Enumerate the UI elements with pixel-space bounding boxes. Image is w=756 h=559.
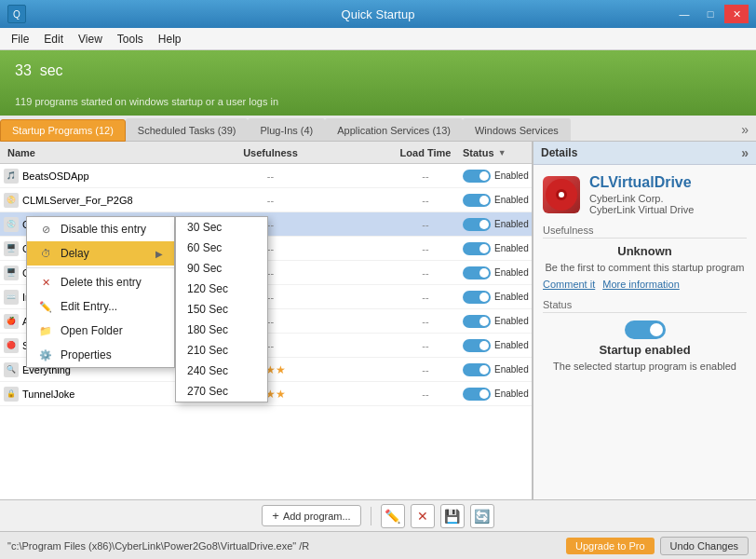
edit-entry-button[interactable]: ✏️ <box>381 504 405 528</box>
upgrade-button[interactable]: Upgrade to Pro <box>566 538 655 554</box>
col-name: Name <box>4 147 153 158</box>
item-load: -- <box>388 219 463 230</box>
refresh-button[interactable]: 🔄 <box>470 504 494 528</box>
minimize-button[interactable]: — <box>672 5 696 23</box>
list-item[interactable]: 🎵 BeatsOSDApp -- -- Enabled <box>0 164 532 188</box>
delay-240[interactable]: 240 Sec <box>176 361 267 381</box>
ctx-separator <box>27 267 174 268</box>
ctx-delay[interactable]: ⏱ Delay ▶ <box>27 241 174 266</box>
tab-startup-programs[interactable]: Startup Programs (12) <box>0 119 126 142</box>
menu-view[interactable]: View <box>71 31 110 48</box>
detail-status-toggle[interactable] <box>543 320 747 339</box>
submenu-arrow-icon: ▶ <box>155 249 163 259</box>
context-menu: ⊘ Disable this entry ⏱ Delay ▶ ✕ Delete … <box>26 216 175 368</box>
toggle-switch[interactable] <box>463 266 491 280</box>
sort-icon[interactable]: ▼ <box>498 148 506 157</box>
item-status: Enabled <box>463 242 528 255</box>
item-load: -- <box>388 316 463 327</box>
toggle-label: Enabled <box>494 340 529 350</box>
tab-windows-services[interactable]: Windows Services <box>463 118 571 141</box>
app-icon: Q <box>7 5 26 23</box>
item-usefulness: -- <box>153 195 388 206</box>
menu-file[interactable]: File <box>4 31 36 48</box>
toggle-switch[interactable] <box>463 194 491 207</box>
delay-30[interactable]: 30 Sec <box>176 217 267 238</box>
details-expand-icon[interactable]: » <box>741 145 749 160</box>
toolbar-separator <box>371 507 371 525</box>
usefulness-description: Be the first to comment this startup pro… <box>543 262 747 273</box>
startup-time: 33 sec <box>15 60 741 94</box>
item-icon: 🖥️ <box>4 241 19 256</box>
toggle-label: Enabled <box>494 219 529 229</box>
item-icon: ⌨️ <box>4 290 19 305</box>
item-name: TunnelJoke <box>22 389 153 400</box>
ctx-properties[interactable]: ⚙️ Properties <box>27 343 174 367</box>
status-bar: "c:\Program Files (x86)\CyberLink\Power2… <box>0 531 756 559</box>
toggle-switch[interactable] <box>463 170 491 183</box>
menu-help[interactable]: Help <box>151 31 189 48</box>
edit-icon: ✏️ <box>38 299 53 314</box>
delay-210[interactable]: 210 Sec <box>176 340 267 361</box>
details-body: CLVirtualDrive CyberLink Corp. CyberLink… <box>533 165 756 381</box>
item-name: BeatsOSDApp <box>22 170 153 182</box>
item-status: Enabled <box>463 218 528 231</box>
header-subtitle: 119 programs started on windows startup … <box>15 96 741 107</box>
detail-product: CyberLink Virtual Drive <box>589 204 694 215</box>
col-load-time: Load Time <box>388 147 463 158</box>
detail-status-description: The selected startup program is enabled <box>543 361 747 372</box>
ctx-disable-entry[interactable]: ⊘ Disable this entry <box>27 217 174 241</box>
ctx-label: Properties <box>61 348 112 361</box>
toggle-switch[interactable] <box>463 218 491 231</box>
tab-scheduled-tasks[interactable]: Scheduled Tasks (39) <box>126 118 249 141</box>
toggle-switch[interactable] <box>463 242 491 255</box>
close-button[interactable]: ✕ <box>724 5 749 23</box>
delay-270[interactable]: 270 Sec <box>176 381 267 402</box>
toggle-switch[interactable] <box>463 315 491 328</box>
more-info-link[interactable]: More information <box>602 279 680 290</box>
list-item[interactable]: 📀 CLMLServer_For_P2G8 -- -- Enabled <box>0 188 532 212</box>
ctx-edit-entry[interactable]: ✏️ Edit Entry... <box>27 294 174 319</box>
properties-icon: ⚙️ <box>38 348 53 362</box>
status-path: "c:\Program Files (x86)\CyberLink\Power2… <box>7 540 566 552</box>
col-usefulness: Usefulness <box>153 147 388 158</box>
toggle-switch[interactable] <box>463 388 491 401</box>
delete-icon: ✕ <box>38 275 53 290</box>
delay-150[interactable]: 150 Sec <box>176 299 267 320</box>
save-button[interactable]: 💾 <box>440 504 465 528</box>
item-icon: 🔒 <box>4 387 19 402</box>
menu-tools[interactable]: Tools <box>110 31 151 48</box>
ctx-delete-entry[interactable]: ✕ Delete this entry <box>27 270 174 294</box>
disable-icon: ⊘ <box>38 222 53 237</box>
tabs-bar: Startup Programs (12) Scheduled Tasks (3… <box>0 116 756 142</box>
delay-120[interactable]: 120 Sec <box>176 279 267 299</box>
ctx-open-folder[interactable]: 📁 Open Folder <box>27 319 174 343</box>
header-banner: 33 sec 119 programs started on windows s… <box>0 50 756 116</box>
add-program-button[interactable]: + Add program... <box>262 505 360 526</box>
toggle-switch[interactable] <box>463 363 491 376</box>
program-list-panel: Name Usefulness Load Time Status ▼ 🎵 Bea… <box>0 142 533 499</box>
maximize-button[interactable]: □ <box>698 5 722 23</box>
item-usefulness: -- <box>153 170 388 182</box>
menu-edit[interactable]: Edit <box>36 31 71 48</box>
item-status: Enabled <box>463 170 528 183</box>
delete-entry-button[interactable]: ✕ <box>411 504 435 528</box>
comment-it-link[interactable]: Comment it <box>543 279 595 290</box>
tab-plugins[interactable]: Plug-Ins (4) <box>248 118 325 141</box>
item-load: -- <box>388 195 463 206</box>
bottom-toolbar: + Add program... ✏️ ✕ 💾 🔄 <box>0 499 756 531</box>
toggle-switch[interactable] <box>463 339 491 352</box>
big-toggle-switch[interactable] <box>625 320 666 339</box>
item-status: Enabled <box>463 194 528 207</box>
delay-submenu: 30 Sec 60 Sec 90 Sec 120 Sec 150 Sec 180… <box>175 216 268 402</box>
delay-90[interactable]: 90 Sec <box>176 258 267 279</box>
toggle-switch[interactable] <box>463 291 491 304</box>
item-status: Enabled <box>463 363 528 376</box>
delay-60[interactable]: 60 Sec <box>176 238 267 258</box>
tab-app-services[interactable]: Application Services (13) <box>325 118 463 141</box>
undo-button[interactable]: Undo Changes <box>660 537 749 555</box>
toggle-label: Enabled <box>494 267 529 278</box>
add-icon: + <box>272 509 279 523</box>
delay-180[interactable]: 180 Sec <box>176 320 267 340</box>
ctx-label: Disable this entry <box>61 223 146 236</box>
tabs-scroll-right[interactable]: » <box>734 118 756 141</box>
